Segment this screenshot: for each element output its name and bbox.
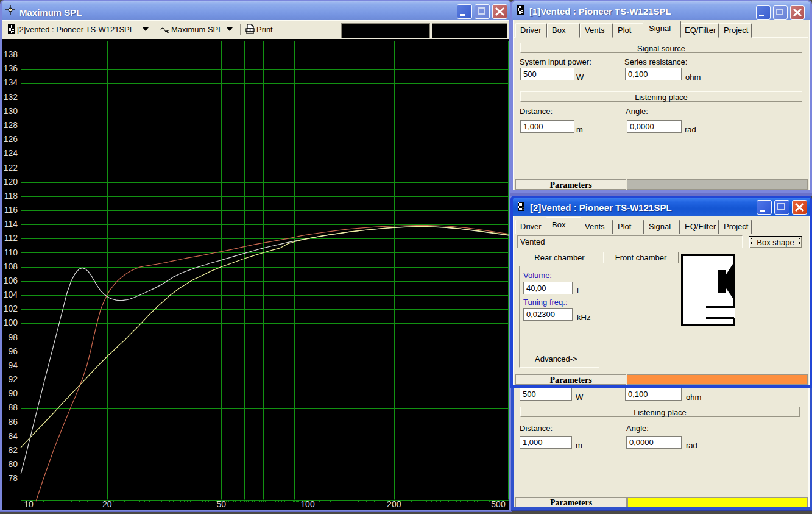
svg-text:124: 124 — [4, 148, 18, 158]
svg-text:84: 84 — [8, 431, 18, 441]
svg-text:132: 132 — [4, 92, 18, 102]
svg-text:88: 88 — [8, 402, 18, 412]
svg-text:136: 136 — [4, 63, 18, 73]
svg-text:94: 94 — [8, 360, 18, 370]
svg-text:20: 20 — [102, 499, 112, 509]
svg-text:10: 10 — [24, 499, 34, 509]
svg-text:110: 110 — [4, 248, 18, 257]
svg-text:90: 90 — [8, 388, 18, 398]
svg-text:120: 120 — [4, 177, 18, 187]
svg-text:100: 100 — [4, 318, 18, 327]
svg-text:100: 100 — [300, 499, 315, 509]
svg-text:500: 500 — [491, 499, 506, 509]
svg-text:118: 118 — [4, 191, 18, 201]
svg-text:108: 108 — [4, 262, 18, 271]
svg-text:130: 130 — [4, 106, 18, 116]
svg-text:102: 102 — [4, 304, 18, 313]
svg-text:106: 106 — [4, 276, 18, 285]
svg-text:128: 128 — [4, 120, 18, 130]
svg-text:80: 80 — [8, 459, 18, 469]
svg-text:104: 104 — [4, 290, 18, 299]
svg-text:82: 82 — [8, 445, 18, 455]
svg-text:96: 96 — [8, 346, 18, 356]
svg-text:78: 78 — [8, 473, 18, 483]
svg-text:50: 50 — [216, 499, 226, 509]
svg-text:114: 114 — [4, 219, 18, 229]
svg-text:112: 112 — [4, 233, 18, 243]
svg-text:116: 116 — [4, 205, 18, 215]
svg-text:126: 126 — [4, 134, 18, 144]
svg-text:138: 138 — [4, 49, 18, 59]
svg-text:134: 134 — [4, 77, 18, 87]
svg-text:86: 86 — [8, 417, 18, 427]
svg-text:122: 122 — [4, 163, 18, 173]
svg-text:200: 200 — [387, 499, 401, 509]
svg-text:98: 98 — [8, 332, 18, 342]
svg-text:92: 92 — [8, 374, 18, 384]
